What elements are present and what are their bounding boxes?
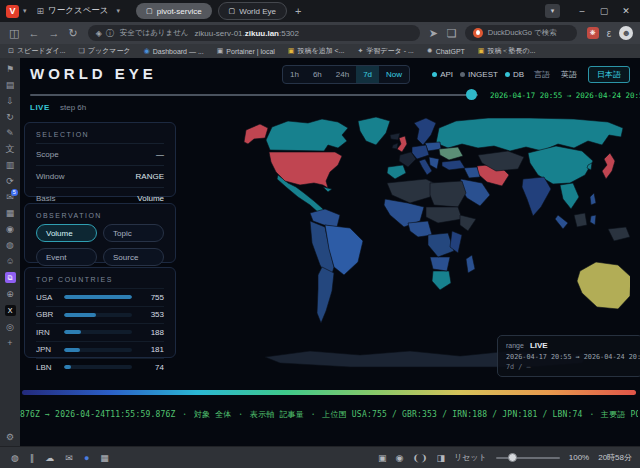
language-japanese-button[interactable]: 日本語 xyxy=(588,66,630,83)
zoom-reset-button[interactable]: リセット xyxy=(454,452,487,463)
range-now[interactable]: Now xyxy=(379,66,409,83)
zoom-slider-knob[interactable] xyxy=(508,453,517,462)
bookmark-portainer[interactable]: ▣Portainer | local xyxy=(217,47,275,55)
selection-row-scope[interactable]: Scope — xyxy=(36,143,164,165)
capture-icon[interactable]: ◉ xyxy=(396,453,404,463)
globe-icon-2[interactable]: ◎ xyxy=(6,322,14,332)
sync-status-icon[interactable]: ◍ xyxy=(11,453,19,463)
minimize-button[interactable]: – xyxy=(574,6,590,16)
post-icon: ▣ xyxy=(288,47,295,55)
range-24h[interactable]: 24h xyxy=(329,66,356,83)
selection-row-window[interactable]: Window RANGE xyxy=(36,165,164,187)
reading-list-icon[interactable]: ▤ xyxy=(6,80,15,90)
close-button[interactable]: ✕ xyxy=(618,6,634,16)
reload-button[interactable]: ↻ xyxy=(68,27,77,40)
tab-world-eye[interactable]: ▢ World Eye xyxy=(218,2,287,20)
web-panel-icon[interactable]: ◍ xyxy=(6,240,14,250)
bookmark-post2[interactable]: ▣投稿＜塾長の... xyxy=(478,46,536,56)
add-panel-icon[interactable]: + xyxy=(7,338,12,348)
notes-icon[interactable]: ✎ xyxy=(6,128,14,138)
map-region-australia-group[interactable] xyxy=(577,262,630,309)
site-info-icon[interactable]: ⓘ xyxy=(106,28,114,39)
country-row-lbn[interactable]: LBN 74 xyxy=(36,358,164,376)
bookmark-chatgpt[interactable]: ✹ChatGPT xyxy=(427,47,465,55)
map-region-philippines xyxy=(590,193,596,205)
search-field[interactable]: DuckDuckGo で検索 xyxy=(465,25,577,41)
observation-topic-button[interactable]: Topic xyxy=(103,224,164,242)
settings-gear-icon[interactable]: ⚙ xyxy=(6,432,14,442)
address-bar[interactable]: ◈ ⓘ 安全ではありません zikuu-serv-01.zikuu.lan:53… xyxy=(88,25,420,41)
tab-pivot-service[interactable]: ▢ pivot-service xyxy=(136,3,212,19)
mail-status-icon[interactable]: ✉ xyxy=(65,453,73,463)
observation-volume-button[interactable]: Volume xyxy=(36,224,97,242)
windows-icon[interactable]: ▥ xyxy=(6,160,15,170)
vivaldi-logo-icon[interactable]: V xyxy=(6,5,19,18)
time-range-group: 1h 6h 24h 7d Now xyxy=(282,65,410,84)
new-tab-button[interactable]: + xyxy=(295,5,301,17)
country-row-gbr[interactable]: GBR 353 xyxy=(36,306,164,324)
panel-toggle-icon[interactable]: ◫ xyxy=(9,27,19,40)
observation-source-button[interactable]: Source xyxy=(103,248,164,266)
mail-icon[interactable]: ✉5 xyxy=(6,192,14,202)
twitch-icon[interactable]: ⧉ xyxy=(5,272,16,283)
db-dot xyxy=(505,72,510,77)
not-secure-label: 安全ではありません xyxy=(120,28,189,38)
bookmark-folder[interactable]: ❏ブックマーク xyxy=(79,46,131,56)
map-region-nigeria xyxy=(408,221,432,237)
bookmarks-icon[interactable]: ⚑ xyxy=(6,64,14,74)
history-icon[interactable]: ↻ xyxy=(6,112,14,122)
chevron-down-icon[interactable]: ▾ xyxy=(23,7,27,15)
bookmark-speed-dial[interactable]: ⊡スピードダイ... xyxy=(8,46,66,56)
timeline-slider-track[interactable] xyxy=(30,94,478,96)
x-twitter-icon[interactable]: X xyxy=(5,305,16,316)
forward-button[interactable]: → xyxy=(48,27,59,39)
map-region-madagascar xyxy=(466,255,475,273)
range-6h[interactable]: 6h xyxy=(306,66,329,83)
globe-icon[interactable]: ⊕ xyxy=(6,289,14,299)
bookmark-learning-data[interactable]: ✦学習データ - ... xyxy=(358,46,414,56)
extension-gray-icon[interactable]: ε xyxy=(607,28,611,39)
workspace-button[interactable]: ⊞ ワークスペース ▾ xyxy=(31,2,131,20)
country-row-usa[interactable]: USA 755 xyxy=(36,288,164,306)
map-region-argentina xyxy=(317,267,334,323)
bookmark-dashboard[interactable]: ◉Dashboard — ... xyxy=(144,47,204,55)
toggle-images-icon[interactable]: ▣ xyxy=(378,453,387,463)
chevron-down-icon: ▾ xyxy=(117,7,121,15)
range-1h[interactable]: 1h xyxy=(283,66,306,83)
map-region-russia xyxy=(436,118,623,151)
downloads-icon[interactable]: ⇩ xyxy=(6,96,14,106)
sync-dot-icon[interactable]: ● xyxy=(84,453,89,463)
sync-icon[interactable]: ⟳ xyxy=(6,176,14,186)
feeds-icon[interactable]: ◉ xyxy=(6,224,14,234)
bookmark-add-post[interactable]: ▣投稿を追加 <... xyxy=(288,46,345,56)
map-range-overlay: range LIVE 2026-04-17 20:55 → 2026-04-24… xyxy=(497,335,640,377)
bookmark-flag-icon[interactable]: ❏ xyxy=(447,27,457,40)
page-source-icon[interactable]: ❨❩ xyxy=(412,453,427,463)
observation-event-button[interactable]: Event xyxy=(36,248,97,266)
country-bar xyxy=(64,348,80,352)
back-button[interactable]: ← xyxy=(28,27,39,39)
tab-tiling-icon[interactable]: ∥ xyxy=(30,453,35,463)
country-row-irn[interactable]: IRN 188 xyxy=(36,323,164,341)
country-row-jpn[interactable]: JPN 181 xyxy=(36,341,164,359)
tab-dropdown-button[interactable]: ▾ xyxy=(545,4,560,18)
page-actions-icon[interactable]: ◨ xyxy=(436,453,445,463)
calendar-icon[interactable]: ▦ xyxy=(6,208,15,218)
tab-title: World Eye xyxy=(239,7,276,16)
extension-red-icon[interactable]: ❋ xyxy=(587,27,599,39)
shield-icon[interactable]: ◈ xyxy=(96,29,102,38)
translate-icon[interactable]: 文 xyxy=(6,144,15,154)
range-7d[interactable]: 7d xyxy=(356,66,379,83)
country-bar xyxy=(64,313,96,317)
maximize-button[interactable]: ▢ xyxy=(596,6,612,16)
language-english-button[interactable]: 英語 xyxy=(557,67,581,82)
extension-icon[interactable]: ➤ xyxy=(429,27,438,40)
zoom-slider-track[interactable] xyxy=(496,457,560,459)
map-region-ukraine-group[interactable] xyxy=(439,147,463,160)
calendar-status-icon[interactable]: ▦ xyxy=(100,453,109,463)
cloud-icon[interactable]: ☁ xyxy=(45,453,54,463)
timeline-slider-knob[interactable] xyxy=(466,89,477,100)
map-region-alaska xyxy=(244,124,268,144)
profile-avatar[interactable]: ☻ xyxy=(619,26,633,40)
contacts-icon[interactable]: ☺ xyxy=(5,256,14,266)
